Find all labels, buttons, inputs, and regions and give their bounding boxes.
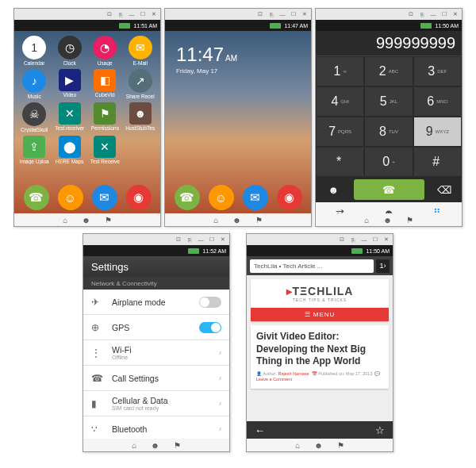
call-button[interactable]: ☎: [354, 179, 424, 200]
url-field[interactable]: TechLila • Tech Article ...: [250, 259, 374, 273]
app-video[interactable]: ▶Video: [53, 69, 87, 99]
home-icon[interactable]: ⌂: [364, 216, 369, 224]
window-btn[interactable]: ⊡: [106, 11, 113, 17]
key-1[interactable]: 1∞: [316, 56, 364, 86]
window-btn[interactable]: ⎘: [268, 12, 274, 17]
window-btn[interactable]: ⎘: [419, 12, 425, 17]
author-link[interactable]: Rajesh Namase: [278, 371, 309, 376]
home-icon[interactable]: ⌂: [295, 441, 300, 450]
settings-row-airplane-mode[interactable]: ✈Airplane mode: [83, 290, 229, 315]
app-e-mail[interactable]: ✉E-Mail: [124, 36, 158, 66]
lockscreen-content[interactable]: 11:47AM Friday, May 17 ☎☺✉◉: [165, 31, 311, 213]
comment-link[interactable]: Leave a Comment: [256, 377, 292, 382]
post-title[interactable]: Givit Video Editor: Developing the Next …: [256, 331, 383, 368]
dock-app[interactable]: ✉: [243, 185, 268, 210]
key-3[interactable]: 3DEF: [413, 56, 462, 86]
app-test-receiver[interactable]: ✕Test receiver: [53, 102, 87, 132]
person-icon[interactable]: ☻: [232, 216, 241, 224]
home-icon[interactable]: ⌂: [213, 216, 218, 224]
app-here-maps[interactable]: ⬤HERE Maps: [53, 136, 87, 164]
app-clock[interactable]: ◷Clock: [53, 36, 87, 66]
maximize-icon[interactable]: ☐: [290, 11, 297, 17]
app-hoststubtes[interactable]: ☻HostStubTes: [124, 102, 158, 132]
backspace-icon[interactable]: ⌫: [427, 177, 463, 202]
pin-icon[interactable]: ⚑: [255, 216, 263, 224]
close-icon[interactable]: ✕: [452, 11, 459, 17]
dock-app[interactable]: ◉: [277, 185, 302, 210]
pin-icon[interactable]: ⚑: [406, 216, 413, 224]
person-icon[interactable]: ☻: [314, 441, 323, 450]
key-4[interactable]: 4GHI: [316, 86, 364, 117]
window-btn[interactable]: ⎘: [117, 12, 124, 17]
app-usage[interactable]: ◔Usage: [88, 36, 122, 66]
webpage[interactable]: ▸TΞCHLILA TECH TIPS & TRICKS ☰ MENU Givi…: [247, 275, 393, 439]
key-6[interactable]: 6MNO: [413, 86, 462, 117]
site-logo[interactable]: ▸TΞCHLILA TECH TIPS & TRICKS: [251, 279, 389, 308]
app-image-uploa[interactable]: ⇪Image Uploa: [17, 136, 52, 164]
close-icon[interactable]: ✕: [151, 11, 157, 17]
maximize-icon[interactable]: ☐: [441, 11, 447, 17]
minimize-icon[interactable]: —: [430, 12, 436, 17]
app-cubevid[interactable]: ◧CubeVid: [88, 69, 122, 99]
minimize-icon[interactable]: —: [129, 12, 135, 17]
dock-app[interactable]: ☎: [175, 185, 200, 210]
pin-icon[interactable]: ⚑: [337, 441, 344, 450]
back-icon[interactable]: ←: [255, 424, 265, 436]
close-icon[interactable]: ✕: [220, 236, 226, 243]
close-icon[interactable]: ✕: [383, 236, 390, 243]
tab-count[interactable]: 1›: [376, 259, 390, 273]
key-9[interactable]: 9WXYZ: [413, 117, 462, 147]
star-icon[interactable]: ☆: [375, 424, 385, 436]
settings-row-gps[interactable]: ⊕GPS: [83, 315, 229, 340]
app-music[interactable]: ♪Music: [17, 69, 52, 99]
home-icon[interactable]: ⌂: [63, 216, 67, 224]
maximize-icon[interactable]: ☐: [140, 11, 146, 17]
app-permissions[interactable]: ⚑Permissions: [88, 102, 122, 132]
window-btn[interactable]: ⊡: [339, 236, 345, 243]
toggle-switch[interactable]: [199, 297, 221, 308]
dock-app[interactable]: ☎: [24, 185, 49, 210]
dock-app[interactable]: ☺: [209, 185, 234, 210]
home-icon[interactable]: ⌂: [132, 441, 136, 450]
app-share-recei[interactable]: ↗Share Recei: [124, 69, 158, 99]
dock-app[interactable]: ☺: [58, 185, 83, 210]
minimize-icon[interactable]: —: [279, 12, 286, 17]
toggle-switch[interactable]: [199, 322, 221, 333]
key-#[interactable]: #: [413, 147, 462, 177]
key-8[interactable]: 8TUV: [364, 117, 413, 147]
settings-row-wi-fi[interactable]: ⋮Wi-FiOffline›: [83, 340, 229, 366]
key-2[interactable]: 2ABC: [364, 56, 413, 86]
person-icon[interactable]: ☻: [82, 216, 90, 224]
person-icon[interactable]: ☻: [383, 216, 392, 224]
minimize-icon[interactable]: —: [198, 237, 204, 243]
app-calendar[interactable]: 1Calendar: [17, 36, 52, 66]
add-contact-icon[interactable]: ☻: [316, 177, 351, 202]
minimize-icon[interactable]: —: [361, 237, 367, 243]
tab-keypad[interactable]: ⠿: [413, 202, 462, 213]
app-crystalskull[interactable]: ☠CrystalSkull: [17, 102, 52, 132]
close-icon[interactable]: ✕: [301, 11, 308, 17]
settings-row-cellular-data[interactable]: ▮Cellular & DataSIM card not ready›: [83, 391, 229, 416]
person-icon[interactable]: ☻: [151, 441, 159, 450]
dock-app[interactable]: ◉: [126, 185, 152, 210]
key-5[interactable]: 5JKL: [364, 86, 413, 117]
window-btn[interactable]: ⊡: [408, 11, 414, 17]
dialed-number[interactable]: 999999999: [316, 31, 462, 56]
app-test-receive[interactable]: ✕Test Receive: [88, 136, 122, 164]
dock-app[interactable]: ✉: [92, 185, 117, 210]
menu-button[interactable]: ☰ MENU: [251, 308, 389, 321]
tab-contacts[interactable]: ☻: [364, 202, 413, 213]
key-0[interactable]: 0+: [364, 147, 413, 177]
key-7[interactable]: 7PQRS: [316, 117, 364, 147]
settings-row-call-settings[interactable]: ☎Call Settings›: [83, 366, 229, 391]
maximize-icon[interactable]: ☐: [209, 236, 215, 243]
tab-recents[interactable]: ⇄: [316, 202, 364, 213]
window-btn[interactable]: ⊡: [257, 11, 263, 17]
window-btn[interactable]: ⎘: [186, 237, 193, 243]
maximize-icon[interactable]: ☐: [372, 236, 378, 243]
key-*[interactable]: *: [316, 147, 364, 177]
window-btn[interactable]: ⎘: [350, 237, 356, 243]
window-btn[interactable]: ⊡: [175, 236, 182, 243]
pin-icon[interactable]: ⚑: [174, 441, 181, 450]
settings-row-bluetooth[interactable]: ∵Bluetooth›: [83, 416, 229, 439]
